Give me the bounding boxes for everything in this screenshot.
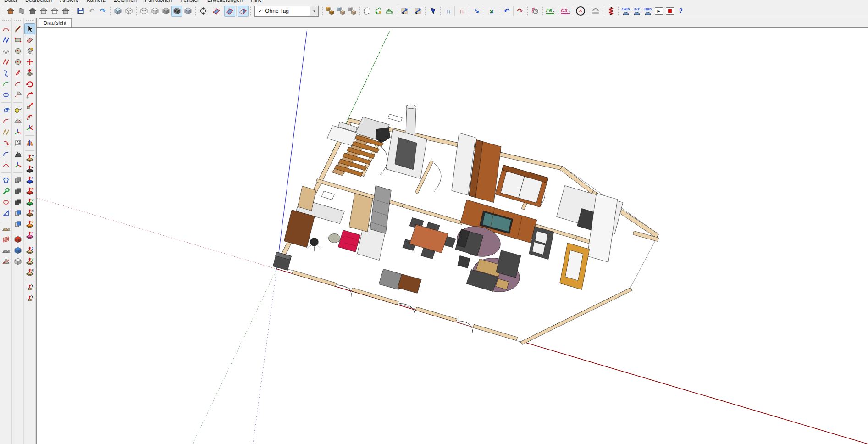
tool-soap-skin-button[interactable] [384,6,395,17]
tool-diagonal-arrow-button[interactable]: ↘ [471,6,482,17]
curve-spiral-tool[interactable] [0,105,11,116]
axes-walk-tool[interactable] [12,127,23,138]
jpp-joint-tool[interactable]: J [24,175,35,186]
curve-uarc-tool[interactable] [0,149,11,160]
curve-arc2-tool[interactable] [0,116,11,127]
curve-hook-tool[interactable] [0,138,11,149]
toolbar-grip[interactable] [526,6,529,16]
menu-erweiterungen[interactable]: Erweiterungen [203,0,247,3]
style-xray-button[interactable] [112,6,123,17]
toolbar-grip[interactable] [542,6,544,16]
scene-tab-draufsicht[interactable]: Draufsicht [39,18,72,27]
solid-subtract-button[interactable] [347,6,358,17]
tool-curl-red-button[interactable]: ↷ [514,6,525,17]
toolbar-grip[interactable] [194,6,197,16]
tool-arrows-red-button[interactable]: ↑↓ [456,6,467,17]
box-red-tool[interactable] [12,234,23,245]
tool-fredo6-button[interactable]: F6 ▾ [545,6,556,17]
follow-me-tool[interactable] [24,89,35,100]
pages-blue-tool[interactable] [12,219,23,230]
arc-2pt-tool[interactable] [12,78,23,89]
toolbar-grip[interactable] [483,6,485,16]
curve-arch-tool[interactable] [0,23,11,34]
tool-spring-button[interactable] [605,6,616,17]
help-button[interactable]: ? [675,6,686,17]
toolbar-grip[interactable] [396,6,398,16]
toolbar-grip[interactable] [72,6,74,16]
toolbar-grip[interactable] [109,6,111,16]
protractor-tool[interactable] [12,116,23,127]
sandbox-drape-tool[interactable] [0,245,11,256]
tag-dropdown[interactable]: ✓Ohne Tag▼ [254,6,319,17]
curve-zigzag-tool[interactable] [0,127,11,138]
tool-bub-button[interactable]: Bub [642,6,653,17]
view-front-icon[interactable] [38,6,49,17]
toolbar-grip[interactable] [498,6,500,16]
paint-bucket-tool[interactable] [24,45,35,56]
toolbar-grip[interactable] [587,6,589,16]
style-shaded-button[interactable] [160,6,171,17]
style-hidden-line-button[interactable] [149,6,160,17]
toolbar-grip[interactable] [439,6,442,16]
curve-wave-tool[interactable] [0,56,11,67]
jpp-tan-n-tool[interactable]: N [24,267,35,278]
scale-xyz-tool[interactable] [24,122,35,133]
stack-blue-tool[interactable] [12,208,23,219]
toolbar-grip[interactable] [617,6,619,16]
tool-export-a-button[interactable] [399,6,410,17]
section-plane-tool-button[interactable] [198,6,209,17]
toolbar-grip[interactable] [359,6,361,16]
menu-fenster[interactable]: Fenster [176,0,203,3]
animation-stop-button[interactable] [664,6,675,17]
palette-grip[interactable] [14,20,22,22]
toolbar-grip[interactable] [2,6,4,16]
sandbox-grid-tool[interactable] [0,234,11,245]
toolbar-grip[interactable] [249,6,252,16]
tool-c3-button[interactable]: C3 ▾ [560,6,571,17]
pencil-tool[interactable] [12,23,23,34]
menu-funktionen[interactable]: Funktionen [141,0,176,3]
animation-play-button[interactable]: ▶ [653,6,664,17]
mirror-tool[interactable] [24,138,35,149]
offset-tool[interactable] [24,111,35,122]
curve-rounded-rect-tool[interactable] [0,89,11,100]
move-tool[interactable] [24,56,35,67]
jpp-equal-tool[interactable]: = [24,164,35,175]
tool-shape-blob-button[interactable] [362,6,373,17]
box-blue-tool[interactable] [12,245,23,256]
curve-arc3-tool[interactable] [0,160,11,171]
menu-zeichnen[interactable]: Zeichnen [110,0,140,3]
sandbox-terrain-tool[interactable] [0,223,11,234]
toolbar-grip[interactable] [557,6,559,16]
tool-drape-button[interactable] [373,6,384,17]
axes-tool[interactable] [12,160,23,171]
tool-xy-cross-button[interactable]: × [486,6,497,17]
tag-dropdown-arrow-icon[interactable]: ▼ [310,6,318,16]
tool-arrows-blue-button[interactable]: ↑↓ [442,6,453,17]
menu-datei[interactable]: Datei [0,0,21,3]
style-back-edges-button[interactable] [123,6,134,17]
solid-outer-shell-button[interactable] [325,6,336,17]
jpp-round-tool[interactable]: R [24,186,35,197]
toolbar-grip[interactable] [135,6,138,16]
display-section-cuts-button[interactable] [224,6,235,17]
style-wireframe-button[interactable] [138,6,149,17]
tape-measure-tool[interactable] [12,105,23,116]
toolbar-grip[interactable] [424,6,426,16]
tool-xy-button[interactable]: X/Y [631,6,642,17]
display-section-fill-button[interactable] [238,6,249,17]
model-viewport[interactable] [37,27,868,444]
tool-curl-blue-button[interactable]: ↶ [501,6,512,17]
make-group-tool[interactable] [12,186,23,197]
palette-grip[interactable] [2,20,10,22]
undo-button[interactable]: ↶ [86,6,97,17]
box-white-tool[interactable] [12,256,23,267]
jpp-vector-tool[interactable]: V [24,197,35,208]
curve-freehand-tool[interactable] [0,45,11,56]
jpp-normal-tool[interactable]: ▼ [24,153,35,164]
ellipse-tool[interactable] [0,197,11,208]
rotate-tool[interactable] [24,78,35,89]
scale-tool[interactable] [24,100,35,111]
push-pull-tool[interactable] [24,67,35,78]
stack-dark-tool[interactable] [12,197,23,208]
